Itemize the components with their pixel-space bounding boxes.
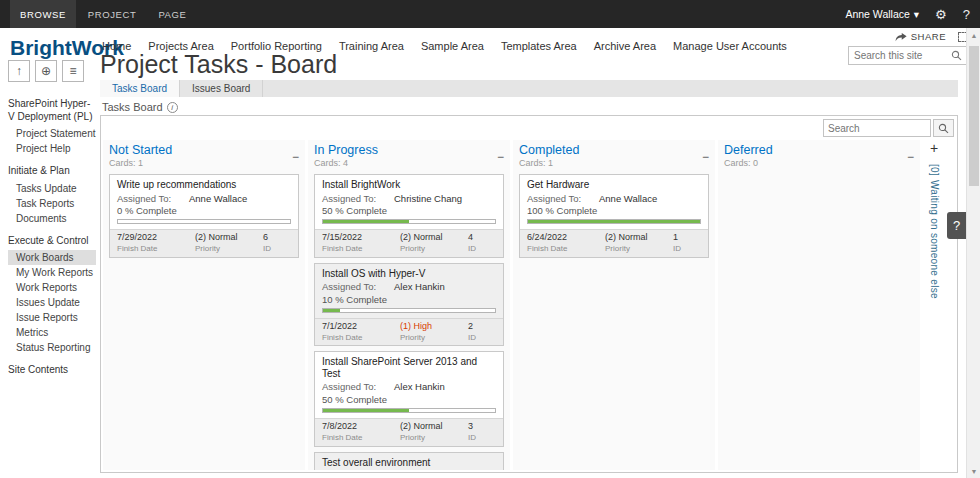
ribbon-tab-project[interactable]: PROJECT	[78, 0, 147, 28]
lane-title: Waiting on someone else	[929, 180, 940, 299]
id-value: 6	[263, 232, 291, 243]
sidebar-item-project-statement[interactable]: Project Statement	[8, 126, 96, 141]
task-card[interactable]: Get Hardware Assigned To:Anne Wallace 10…	[519, 174, 709, 258]
scroll-up-icon[interactable]: ▲	[967, 28, 980, 42]
main-content: Tasks Board Issues Board Tasks Board i N…	[100, 80, 958, 473]
connect-icon[interactable]: ⊕	[35, 60, 57, 82]
page-title: Project Tasks - Board	[100, 50, 337, 79]
share-row: SHARE	[895, 31, 968, 42]
progress-fill	[323, 409, 409, 412]
column-header: Deferred Cards: 0 −	[718, 140, 920, 169]
sidebar-item-status-reporting[interactable]: Status Reporting	[8, 340, 96, 355]
percent-complete: 100 % Complete	[520, 206, 708, 217]
id-label: ID	[673, 244, 701, 254]
column-cards: Write up recommendations Assigned To:Ann…	[103, 169, 305, 470]
scrollbar-thumb[interactable]	[969, 46, 979, 186]
assigned-to-label: Assigned To:	[322, 194, 394, 205]
priority-value: (2) Normal	[400, 232, 468, 243]
id-label: ID	[468, 244, 496, 254]
board-columns: Not Started Cards: 1 − Write up recommen…	[101, 140, 957, 472]
assigned-to-label: Assigned To:	[322, 382, 394, 393]
task-card[interactable]: Install SharePoint Server 2013 and Test …	[314, 351, 504, 446]
priority-label: Priority	[400, 433, 468, 443]
assigned-to-value: Christine Chang	[394, 194, 462, 205]
assigned-to-value: Alex Hankin	[394, 282, 445, 293]
priority-label: Priority	[195, 244, 263, 254]
info-icon[interactable]: i	[167, 102, 178, 113]
task-card[interactable]: Write up recommendations Assigned To:Ann…	[109, 174, 299, 258]
nav-templates-area[interactable]: Templates Area	[501, 40, 577, 52]
collapse-column-icon[interactable]: −	[907, 151, 914, 163]
page-scrollbar[interactable]: ▲ ▼	[966, 28, 980, 478]
sidebar-item-documents[interactable]: Documents	[8, 211, 96, 226]
sidebar-item-site-contents[interactable]: Site Contents	[8, 364, 96, 377]
id-value: 1	[673, 232, 701, 243]
sidebar-item-issue-reports[interactable]: Issue Reports	[8, 310, 96, 325]
task-card[interactable]: Install OS with Hyper-V Assigned To:Alex…	[314, 263, 504, 347]
help-flyout-button[interactable]: ?	[947, 212, 966, 239]
collapse-column-icon[interactable]: −	[292, 151, 299, 163]
sidebar-item-work-reports[interactable]: Work Reports	[8, 280, 96, 295]
nav-manage-user-accounts[interactable]: Manage User Accounts	[673, 40, 787, 52]
share-button[interactable]: SHARE	[895, 31, 946, 42]
finish-date-value: 7/29/2022	[117, 232, 195, 243]
nav-sample-area[interactable]: Sample Area	[421, 40, 484, 52]
task-card[interactable]: Install BrightWork Assigned To:Christine…	[314, 174, 504, 258]
sidebar-item-project-help[interactable]: Project Help	[8, 141, 96, 156]
task-card[interactable]: Test overall environment Assigned To:Ann…	[314, 452, 504, 470]
user-menu[interactable]: Anne Wallace ▾	[845, 8, 919, 20]
column-cards: Get Hardware Assigned To:Anne Wallace 10…	[513, 169, 715, 470]
app-window: BROWSE PROJECT PAGE Anne Wallace ▾ ⚙ ? B…	[0, 0, 980, 478]
sidebar-section-execute-control: Execute & Control	[8, 235, 96, 248]
help-icon[interactable]: ?	[963, 7, 970, 22]
collapse-column-icon[interactable]: −	[497, 151, 504, 163]
sidebar-item-my-work-reports[interactable]: My Work Reports	[8, 265, 96, 280]
percent-complete: 10 % Complete	[315, 295, 503, 306]
assigned-to-value: Alex Hankin	[394, 382, 445, 393]
finish-date-label: Finish Date	[322, 433, 400, 443]
sidebar-item-task-reports[interactable]: Task Reports	[8, 196, 96, 211]
task-title: Install SharePoint Server 2013 and Test	[315, 352, 503, 380]
column-card-count: Cards: 1	[109, 158, 172, 168]
card-footer: 7/15/2022(2) Normal4 Finish DatePriority…	[315, 229, 503, 256]
gear-icon[interactable]: ⚙	[935, 7, 947, 22]
list-icon[interactable]: ≡	[62, 60, 84, 82]
column-title: Completed	[519, 143, 579, 157]
board-search-button[interactable]	[933, 119, 954, 137]
column-in-progress: In Progress Cards: 4 − Install BrightWor…	[308, 140, 510, 470]
ribbon-tab-browse[interactable]: BROWSE	[10, 0, 76, 28]
scroll-down-icon[interactable]: ▼	[967, 464, 980, 478]
column-completed: Completed Cards: 1 − Get Hardware Assign…	[513, 140, 715, 470]
sidebar-item-metrics[interactable]: Metrics	[8, 325, 96, 340]
site-search-input[interactable]	[854, 50, 947, 61]
progress-bar	[527, 219, 701, 224]
board-search-row	[101, 116, 957, 140]
id-value: 3	[468, 421, 496, 432]
task-title: Get Hardware	[520, 175, 708, 192]
column-not-started: Not Started Cards: 1 − Write up recommen…	[103, 140, 305, 470]
sidebar-item-issues-update[interactable]: Issues Update	[8, 295, 96, 310]
upload-icon[interactable]: ↑	[8, 60, 30, 82]
nav-archive-area[interactable]: Archive Area	[594, 40, 656, 52]
board-search-input[interactable]	[823, 119, 931, 137]
finish-date-value: 6/24/2022	[527, 232, 605, 243]
search-icon	[938, 123, 949, 134]
column-header: In Progress Cards: 4 −	[308, 140, 510, 169]
column-deferred: Deferred Cards: 0 −	[718, 140, 920, 470]
suite-bar-right: Anne Wallace ▾ ⚙ ?	[845, 7, 970, 22]
assigned-to-label: Assigned To:	[527, 194, 599, 205]
lane-label-waiting-on-someone-else[interactable]: [0] Waiting on someone else	[929, 164, 940, 299]
tab-tasks-board[interactable]: Tasks Board	[100, 80, 180, 97]
collapsed-lane-waiting: + [0] Waiting on someone else	[923, 140, 945, 470]
sidebar-item-work-boards[interactable]: Work Boards	[8, 250, 96, 265]
sidebar-item-tasks-update[interactable]: Tasks Update	[8, 181, 96, 196]
ribbon-tabs: BROWSE PROJECT PAGE	[10, 0, 196, 28]
nav-training-area[interactable]: Training Area	[339, 40, 404, 52]
tab-issues-board[interactable]: Issues Board	[180, 80, 263, 97]
collapse-column-icon[interactable]: −	[702, 151, 709, 163]
add-lane-icon[interactable]: +	[930, 140, 938, 156]
card-footer: 7/1/2022(1) High2 Finish DatePriorityID	[315, 318, 503, 345]
sidebar: ↑ ⊕ ≡ SharePoint Hyper-V Deployment (PL)…	[0, 56, 100, 478]
ribbon-tab-page[interactable]: PAGE	[148, 0, 196, 28]
sidebar-project-title[interactable]: SharePoint Hyper-V Deployment (PL)	[8, 98, 96, 123]
